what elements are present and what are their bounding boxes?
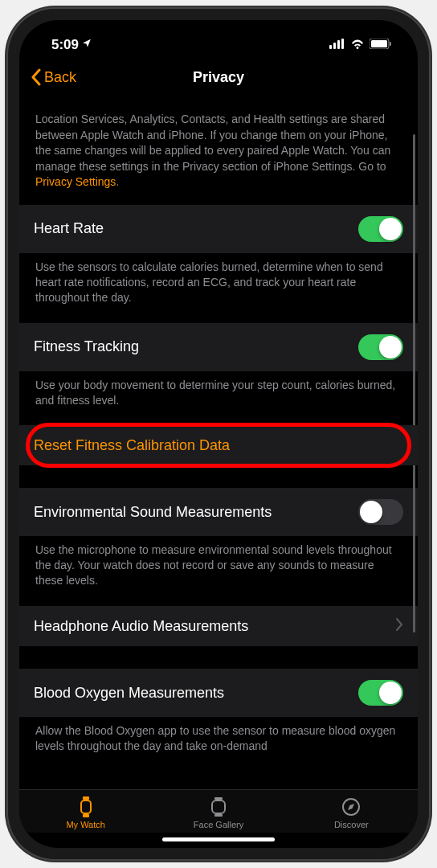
back-button[interactable]: Back [31,68,76,86]
reset-calibration-button[interactable]: Reset Fitness Calibration Data [19,425,418,465]
wifi-icon [350,37,365,53]
fitness-tracking-toggle[interactable] [358,334,403,360]
fitness-tracking-label: Fitness Tracking [34,338,139,355]
tab-bar: My Watch Face Gallery [19,789,418,833]
page-title: Privacy [193,69,244,86]
heart-rate-row: Heart Rate [19,205,418,253]
svg-rect-2 [337,40,340,49]
env-sound-desc: Use the microphone to measure environmen… [19,536,418,606]
notch [138,20,299,44]
svg-rect-11 [214,797,223,800]
headphone-audio-row[interactable]: Headphone Audio Measurements [19,606,418,646]
svg-rect-0 [329,45,332,49]
intro-text: Location Services, Analytics, Contacts, … [19,96,418,205]
tab-my-watch[interactable]: My Watch [19,796,152,829]
tab-discover-label: Discover [334,820,369,829]
chevron-left-icon [31,68,41,86]
status-time: 5:09 [51,37,92,53]
heart-rate-toggle[interactable] [358,216,403,242]
svg-rect-9 [83,814,89,817]
privacy-settings-link[interactable]: Privacy Settings [35,175,116,188]
svg-rect-10 [212,800,225,813]
blood-oxygen-toggle[interactable] [358,680,403,706]
blood-oxygen-row: Blood Oxygen Measurements [19,669,418,717]
watch-icon [78,796,94,817]
svg-rect-6 [390,42,391,46]
svg-rect-7 [81,800,91,813]
blood-oxygen-desc: Allow the Blood Oxygen app to use the se… [19,717,418,759]
tab-discover[interactable]: Discover [285,796,418,829]
face-gallery-icon [210,796,227,817]
time-label: 5:09 [51,37,79,53]
svg-rect-3 [341,39,344,49]
scrollbar[interactable] [413,134,415,633]
home-indicator[interactable] [162,837,275,841]
blood-oxygen-label: Blood Oxygen Measurements [34,685,224,702]
compass-icon [341,796,361,817]
heart-rate-desc: Use the sensors to calculate calories bu… [19,253,418,323]
env-sound-row: Environmental Sound Measurements [19,488,418,536]
intro-body: Location Services, Analytics, Contacts, … [35,113,390,173]
tab-face-gallery-label: Face Gallery [194,820,243,829]
fitness-tracking-row: Fitness Tracking [19,323,418,371]
tab-face-gallery[interactable]: Face Gallery [152,796,284,829]
env-sound-label: Environmental Sound Measurements [34,504,272,521]
nav-bar: Back Privacy [19,59,418,96]
headphone-audio-label: Headphone Audio Measurements [34,618,248,635]
status-indicators [329,37,392,53]
screen: 5:09 [19,20,418,848]
heart-rate-label: Heart Rate [34,220,104,237]
svg-rect-8 [83,796,89,800]
svg-rect-12 [214,814,223,817]
content-scroll[interactable]: Location Services, Analytics, Contacts, … [19,96,418,789]
phone-frame: 5:09 [6,7,431,861]
reset-calibration-label: Reset Fitness Calibration Data [34,437,230,454]
chevron-right-icon [396,618,403,634]
svg-rect-5 [371,40,387,47]
fitness-tracking-desc: Use your body movement to determine your… [19,371,418,426]
battery-icon [370,37,392,53]
env-sound-toggle[interactable] [358,499,403,525]
back-label: Back [44,69,76,86]
svg-rect-1 [333,43,336,49]
tab-my-watch-label: My Watch [66,820,105,829]
cellular-icon [329,37,345,53]
location-arrow-icon [82,38,92,51]
